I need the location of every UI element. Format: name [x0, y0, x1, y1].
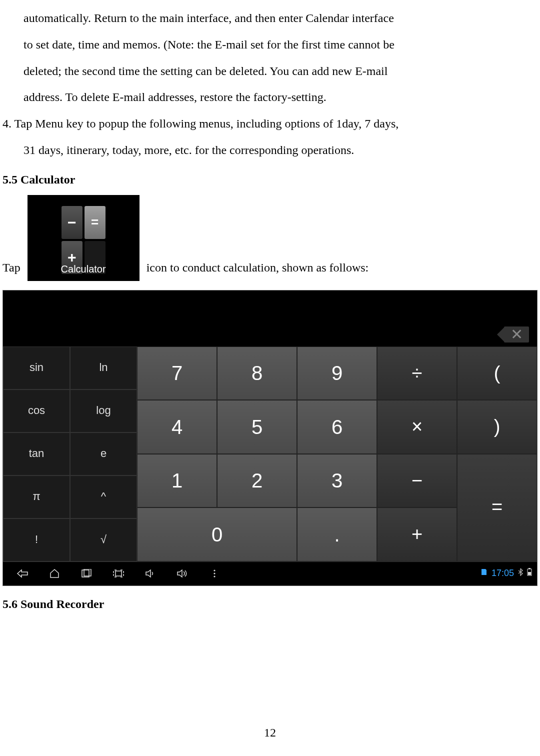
digit-3-button[interactable]: 3 — [297, 454, 377, 508]
operator-pad: ÷ ( × ) − = + — [377, 346, 537, 562]
paragraph-line: to set date, time and memos. (Note: the … — [2, 32, 538, 58]
system-navbar: 17:05 — [3, 562, 537, 586]
digit-9-button[interactable]: 9 — [297, 346, 377, 400]
paragraph-line: 4. Tap Menu key to popup the following m… — [2, 110, 538, 137]
backspace-button[interactable]: ✕ — [504, 326, 529, 342]
calc-icon-tile-minus: − — [62, 206, 82, 239]
digit-1-button[interactable]: 1 — [137, 454, 217, 508]
equals-button[interactable]: = — [457, 454, 537, 562]
digit-7-button[interactable]: 7 — [137, 346, 217, 400]
svg-point-3 — [214, 570, 215, 571]
digit-8-button[interactable]: 8 — [217, 346, 297, 400]
calculator-display: ✕ — [3, 290, 537, 346]
volume-up-nav-button[interactable] — [168, 564, 197, 583]
scientific-pad: sin ln cos log tan e π ^ ! √ — [3, 346, 137, 562]
sd-card-icon — [480, 564, 488, 582]
digit-6-button[interactable]: 6 — [297, 400, 377, 454]
clock-time: 17:05 — [492, 564, 514, 584]
calc-icon-tile-equals: = — [84, 206, 106, 239]
add-button[interactable]: + — [377, 508, 457, 562]
number-pad: 7 8 9 4 5 6 1 2 3 0 . — [137, 346, 377, 562]
backspace-icon: ✕ — [510, 318, 523, 351]
paragraph-line: 31 days, itinerary, today, more, etc. fo… — [2, 137, 538, 164]
calculator-app-icon: − = + Calculator — [28, 195, 140, 281]
bluetooth-icon — [518, 564, 523, 582]
volume-down-nav-button[interactable] — [136, 564, 165, 583]
tap-text-pre: Tap — [2, 254, 20, 281]
tap-text-post: icon to conduct calculation, shown as fo… — [146, 254, 369, 281]
log-button[interactable]: log — [70, 390, 137, 432]
tan-button[interactable]: tan — [3, 432, 70, 476]
screenshot-nav-button[interactable] — [104, 564, 133, 583]
e-button[interactable]: e — [70, 432, 137, 476]
recents-nav-button[interactable] — [72, 564, 101, 583]
ln-button[interactable]: ln — [70, 346, 137, 390]
paragraph-line: address. To delete E-mail addresses, res… — [2, 84, 538, 110]
status-bar: 17:05 — [480, 564, 532, 584]
home-nav-button[interactable] — [40, 564, 69, 583]
subtract-button[interactable]: − — [377, 454, 457, 508]
back-nav-button[interactable] — [8, 564, 37, 583]
page-number: 12 — [0, 720, 540, 746]
svg-rect-7 — [528, 568, 530, 569]
section-heading-calculator: 5.5 Calculator — [2, 166, 538, 193]
sqrt-button[interactable]: √ — [70, 518, 137, 562]
decimal-point-button[interactable]: . — [297, 508, 377, 562]
calculator-screenshot: ✕ sin ln cos log tan e π ^ ! √ 7 8 9 4 5 — [2, 290, 538, 586]
paragraph-line: deleted; the second time the setting can… — [2, 58, 538, 84]
factorial-button[interactable]: ! — [3, 518, 70, 562]
svg-point-5 — [214, 576, 215, 577]
svg-rect-2 — [116, 571, 122, 576]
digit-2-button[interactable]: 2 — [217, 454, 297, 508]
section-heading-sound-recorder: 5.6 Sound Recorder — [2, 591, 538, 618]
svg-rect-8 — [528, 572, 531, 575]
paragraph-line: automatically. Return to the main interf… — [2, 5, 538, 32]
more-nav-button[interactable] — [200, 564, 229, 583]
svg-point-4 — [214, 572, 215, 574]
sin-button[interactable]: sin — [3, 346, 70, 390]
open-paren-button[interactable]: ( — [457, 346, 537, 400]
battery-icon — [527, 564, 532, 584]
multiply-button[interactable]: × — [377, 400, 457, 454]
calculator-icon-label: Calculator — [61, 258, 106, 280]
close-paren-button[interactable]: ) — [457, 400, 537, 454]
power-button[interactable]: ^ — [70, 476, 137, 518]
divide-button[interactable]: ÷ — [377, 346, 457, 400]
digit-4-button[interactable]: 4 — [137, 400, 217, 454]
cos-button[interactable]: cos — [3, 390, 70, 432]
digit-0-button[interactable]: 0 — [137, 508, 297, 562]
digit-5-button[interactable]: 5 — [217, 400, 297, 454]
pi-button[interactable]: π — [3, 476, 70, 518]
